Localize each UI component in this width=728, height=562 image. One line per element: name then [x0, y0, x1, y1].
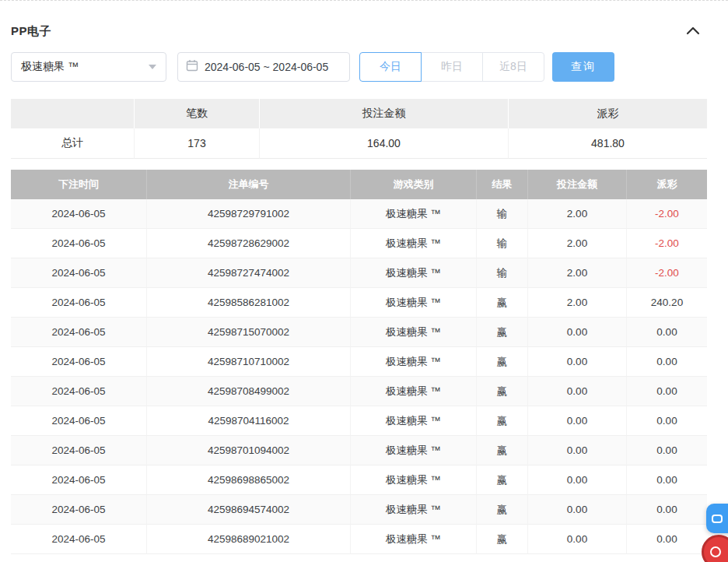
bet-amount: 2.00	[528, 258, 627, 288]
quick-filter-last8days[interactable]: 近8日	[482, 52, 544, 82]
bet-time: 2024-06-05	[11, 199, 147, 229]
bet-time: 2024-06-05	[11, 229, 147, 258]
result: 赢	[477, 436, 528, 465]
summary-payout: 481.80	[509, 128, 707, 159]
summary-header-row: 笔数投注金额派彩	[11, 99, 707, 128]
result: 输	[477, 258, 528, 288]
summary-header-cell: 派彩	[509, 99, 707, 128]
game-type: 极速糖果 ™	[351, 347, 477, 377]
bet-amount: 0.00	[528, 525, 627, 554]
table-row: 2024-06-0542598586281002极速糖果 ™赢2.00240.2…	[11, 288, 707, 318]
quick-filter-today[interactable]: 今日	[359, 52, 422, 82]
panel-header: PP电子	[0, 1, 728, 40]
summary-total-label: 总计	[11, 128, 135, 159]
bet-time: 2024-06-05	[11, 436, 147, 465]
result: 输	[477, 199, 528, 229]
result: 赢	[477, 525, 528, 554]
collapse-panel-button[interactable]	[684, 23, 702, 40]
bet-time: 2024-06-05	[11, 318, 147, 347]
bet-time: 2024-06-05	[11, 465, 147, 495]
date-range-input[interactable]: 2024-06-05 ~ 2024-06-05	[177, 52, 350, 82]
game-type: 极速糖果 ™	[351, 525, 477, 554]
table-row: 2024-06-0542598708499002极速糖果 ™赢0.000.00	[11, 377, 707, 406]
game-type: 极速糖果 ™	[351, 288, 477, 318]
bet-amount: 0.00	[528, 318, 627, 347]
summary-header-cell: 投注金额	[260, 99, 509, 128]
bet-amount: 0.00	[528, 347, 627, 377]
bet-id: 42598586281002	[147, 288, 351, 318]
date-range-value: 2024-06-05 ~ 2024-06-05	[205, 61, 328, 73]
bet-id: 42598701094002	[147, 436, 351, 465]
bet-amount: 2.00	[528, 288, 627, 318]
payout: 0.00	[627, 406, 707, 436]
game-select-value: 极速糖果 ™	[21, 60, 79, 74]
bet-amount: 0.00	[528, 377, 627, 406]
result: 输	[477, 229, 528, 258]
payout: 0.00	[627, 495, 707, 525]
bet-amount: 2.00	[528, 229, 627, 258]
bet-time: 2024-06-05	[11, 288, 147, 318]
bet-id: 42598698865002	[147, 465, 351, 495]
payout: 0.00	[627, 347, 707, 377]
table-row: 2024-06-0542598698865002极速糖果 ™赢0.000.00	[11, 465, 707, 495]
table-row: 2024-06-0542598694574002极速糖果 ™赢0.000.00	[11, 495, 707, 525]
bet-id: 42598689021002	[147, 525, 351, 554]
table-body: 2024-06-0542598729791002极速糖果 ™输2.00-2.00…	[11, 199, 707, 554]
summary-bet-amount: 164.00	[260, 128, 509, 159]
summary-header-cell	[11, 99, 135, 128]
bet-records-table: 下注时间注单编号游戏类别结果投注金额派彩 2024-06-05425987297…	[11, 170, 707, 554]
quick-filter-yesterday[interactable]: 昨日	[421, 52, 483, 82]
bet-amount: 2.00	[528, 199, 627, 229]
summary-total-row: 总计 173 164.00 481.80	[11, 128, 707, 159]
table-row: 2024-06-0542598689021002极速糖果 ™赢0.000.00	[11, 525, 707, 554]
quick-date-filter-group: 今日昨日近8日	[359, 52, 544, 82]
chevron-up-icon	[686, 26, 700, 37]
filter-bar: 极速糖果 ™ 2024-06-05 ~ 2024-06-05 今日昨日近8日 查…	[11, 52, 728, 82]
search-button[interactable]: 查询	[552, 52, 614, 82]
calendar-icon	[186, 59, 198, 75]
bet-id: 42598728629002	[147, 229, 351, 258]
column-header: 下注时间	[11, 170, 147, 199]
game-type: 极速糖果 ™	[351, 406, 477, 436]
result: 赢	[477, 288, 528, 318]
chat-float-button[interactable]	[706, 504, 728, 533]
column-header: 派彩	[627, 170, 707, 199]
payout: -2.00	[627, 229, 707, 258]
game-type: 极速糖果 ™	[351, 436, 477, 465]
bet-amount: 0.00	[528, 436, 627, 465]
summary-count: 173	[135, 128, 260, 159]
game-type: 极速糖果 ™	[351, 258, 477, 288]
bet-id: 42598710710002	[147, 347, 351, 377]
result: 赢	[477, 318, 528, 347]
column-header: 结果	[477, 170, 528, 199]
payout: 0.00	[627, 465, 707, 495]
payout: 0.00	[627, 377, 707, 406]
result: 赢	[477, 377, 528, 406]
result: 赢	[477, 465, 528, 495]
payout: 0.00	[627, 436, 707, 465]
summary-table: 笔数投注金额派彩 总计 173 164.00 481.80	[11, 99, 707, 159]
game-type: 极速糖果 ™	[351, 377, 477, 406]
game-type: 极速糖果 ™	[351, 318, 477, 347]
column-header: 投注金额	[528, 170, 627, 199]
game-select[interactable]: 极速糖果 ™	[11, 52, 166, 82]
result: 赢	[477, 495, 528, 525]
table-row: 2024-06-0542598715070002极速糖果 ™赢0.000.00	[11, 318, 707, 347]
table-header-row: 下注时间注单编号游戏类别结果投注金额派彩	[11, 170, 707, 199]
bet-time: 2024-06-05	[11, 525, 147, 554]
bet-time: 2024-06-05	[11, 347, 147, 377]
summary-header-cell: 笔数	[135, 99, 260, 128]
bet-id: 42598708499002	[147, 377, 351, 406]
game-type: 极速糖果 ™	[351, 465, 477, 495]
column-header: 游戏类别	[351, 170, 477, 199]
column-header: 注单编号	[147, 170, 351, 199]
result: 赢	[477, 347, 528, 377]
chevron-down-icon	[149, 65, 156, 69]
table-row: 2024-06-0542598728629002极速糖果 ™输2.00-2.00	[11, 229, 707, 258]
table-row: 2024-06-0542598710710002极速糖果 ™赢0.000.00	[11, 347, 707, 377]
payout: 0.00	[627, 318, 707, 347]
betting-records-panel: PP电子 极速糖果 ™ 2024-06-05 ~ 2024-06-05 今日昨日…	[0, 0, 728, 562]
table-row: 2024-06-0542598701094002极速糖果 ™赢0.000.00	[11, 436, 707, 465]
bet-time: 2024-06-05	[11, 495, 147, 525]
payout: 0.00	[627, 525, 707, 554]
